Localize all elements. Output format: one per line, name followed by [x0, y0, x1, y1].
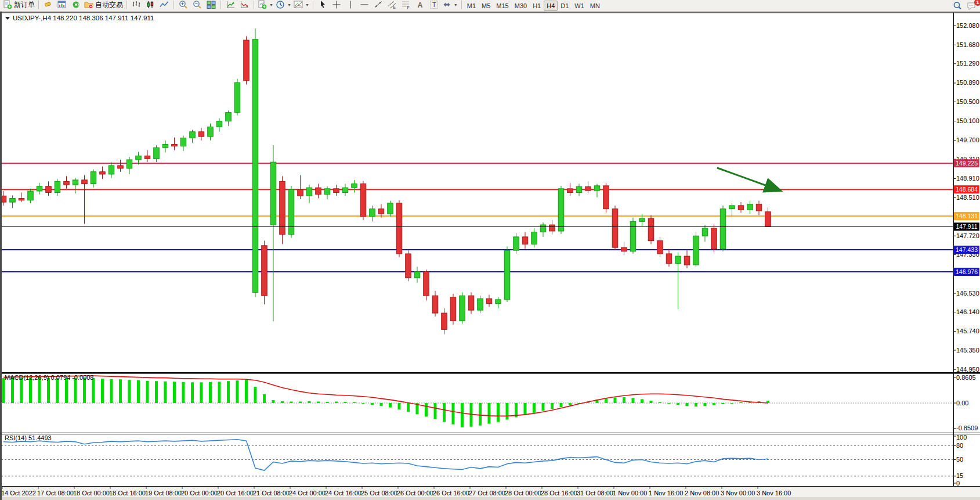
- market-watch-button[interactable]: [55, 0, 69, 10]
- macd-bar: [614, 397, 617, 403]
- timeframe-h4-button[interactable]: H4: [544, 1, 558, 11]
- svg-text:148.510: 148.510: [956, 194, 979, 201]
- candle-chart-button[interactable]: [143, 0, 157, 10]
- candle: [190, 132, 196, 138]
- indicator-list-button[interactable]: [223, 0, 237, 10]
- cursor-button[interactable]: [316, 0, 330, 10]
- candle: [370, 209, 375, 217]
- macd-bar: [506, 403, 509, 420]
- macd-bar: [11, 377, 14, 403]
- candle: [334, 189, 339, 193]
- macd-bar: [146, 381, 149, 403]
- period-clock-button[interactable]: ▼: [274, 0, 292, 10]
- candle: [738, 206, 744, 210]
- macd-bar: [605, 398, 607, 403]
- bar-chart-button[interactable]: [129, 0, 143, 10]
- vertical-line-button[interactable]: [343, 0, 357, 10]
- candle: [64, 181, 70, 185]
- macd-bar: [695, 403, 697, 407]
- svg-text:151.290: 151.290: [956, 60, 979, 67]
- candle: [549, 225, 555, 231]
- indicator-window-button[interactable]: [237, 0, 251, 10]
- svg-text:147.433: 147.433: [956, 246, 978, 253]
- timeframe-m5-button[interactable]: M5: [479, 1, 493, 10]
- candle: [693, 236, 699, 265]
- time-axis-label: 24 Oct 00:00: [289, 490, 326, 497]
- crosshair-button[interactable]: [330, 0, 343, 10]
- candle: [73, 180, 78, 185]
- macd-bar: [623, 397, 625, 403]
- candle: [666, 254, 672, 264]
- fibonacci-button[interactable]: F: [399, 0, 413, 10]
- candle-chart-icon: [146, 0, 155, 9]
- chevron-down-icon: ▼: [287, 3, 291, 7]
- macd-bar: [254, 387, 257, 403]
- chat-button[interactable]: 1: [964, 1, 978, 11]
- macd-bar: [362, 403, 365, 404]
- tile-windows-button[interactable]: [204, 0, 218, 10]
- text-label-button[interactable]: T: [427, 0, 441, 10]
- chevron-down-icon: ▼: [454, 3, 458, 7]
- timeframe-h1-button[interactable]: H1: [530, 1, 544, 10]
- candle: [450, 297, 456, 321]
- auto-trading-label: 自动交易: [95, 0, 123, 10]
- time-axis-label: 26 Oct 16:00: [433, 490, 469, 497]
- macd-bar: [299, 401, 302, 403]
- candle: [208, 127, 214, 137]
- candle: [216, 121, 222, 127]
- time-axis-label: 3 Nov 16:00: [757, 490, 791, 497]
- macd-bar: [713, 403, 715, 405]
- candle: [342, 188, 348, 192]
- eraser-button[interactable]: [41, 0, 55, 10]
- timeframe-w1-button[interactable]: W1: [572, 1, 587, 10]
- zoom-in-button[interactable]: [176, 0, 190, 10]
- svg-text:0.00: 0.00: [956, 400, 968, 407]
- candle: [136, 156, 142, 160]
- trendline-button[interactable]: [371, 0, 385, 10]
- macd-bar: [650, 401, 653, 403]
- candle: [28, 191, 34, 200]
- svg-text:146.530: 146.530: [956, 290, 979, 297]
- equidistant-channel-button[interactable]: E: [385, 0, 399, 10]
- auto-trading-button[interactable]: 自动交易: [83, 0, 124, 10]
- zoom-out-button[interactable]: [190, 0, 204, 10]
- line-chart-button[interactable]: [157, 0, 171, 10]
- toolbar-separator: [173, 1, 174, 9]
- svg-text:148.684: 148.684: [956, 186, 978, 193]
- toolbar-separator: [220, 1, 221, 9]
- chart-background: [0, 12, 980, 500]
- candle: [414, 272, 420, 278]
- text-label-icon: T: [429, 0, 439, 9]
- template-chart-button[interactable]: ▼: [292, 0, 310, 10]
- timeframe-m30-button[interactable]: M30: [512, 1, 530, 10]
- macd-bar: [461, 403, 464, 427]
- candle: [540, 225, 546, 232]
- svg-text:149.225: 149.225: [956, 160, 978, 167]
- add-indicator-button[interactable]: ▼: [256, 0, 274, 10]
- shapes-button[interactable]: ▼: [441, 0, 459, 10]
- timeframe-d1-button[interactable]: D1: [558, 1, 572, 10]
- macd-bar: [380, 403, 383, 406]
- search-button[interactable]: [950, 1, 964, 11]
- time-axis-label: 1 Nov 00:00: [613, 490, 647, 497]
- svg-text:146.140: 146.140: [956, 308, 979, 315]
- signals-button[interactable]: [69, 0, 83, 10]
- new-order-button[interactable]: 新订单: [2, 0, 36, 10]
- macd-bar: [425, 403, 428, 416]
- svg-text:145.350: 145.350: [956, 347, 979, 354]
- time-axis-label: 2 Nov 08:00: [685, 490, 719, 497]
- svg-text:152.080: 152.080: [956, 22, 979, 29]
- macd-bar: [632, 398, 635, 403]
- candle: [19, 198, 24, 200]
- timeframe-m15-button[interactable]: M15: [493, 1, 511, 10]
- timeframe-mn-button[interactable]: MN: [587, 1, 603, 10]
- toolbar-separator: [126, 1, 127, 9]
- timeframe-m1-button[interactable]: M1: [464, 1, 479, 10]
- chevron-down-icon: ▼: [269, 3, 273, 7]
- horizontal-line-button[interactable]: [357, 0, 371, 10]
- macd-bar: [47, 378, 50, 403]
- text-button[interactable]: A: [413, 0, 427, 10]
- eraser-icon: [44, 0, 53, 9]
- svg-text:0.8605: 0.8605: [956, 374, 976, 381]
- candle: [558, 189, 564, 231]
